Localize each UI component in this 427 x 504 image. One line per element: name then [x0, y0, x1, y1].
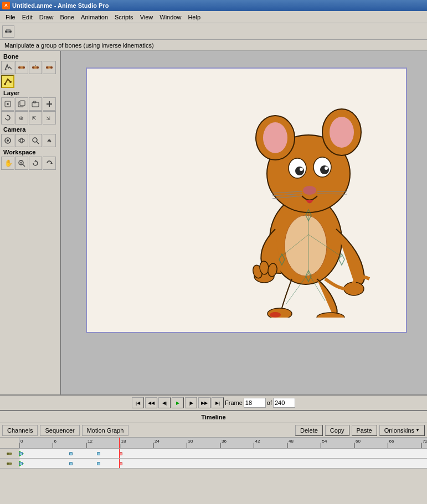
camera-section-label: Camera: [1, 125, 59, 134]
workspace-tools-row: ✋: [1, 157, 59, 170]
camera-roll-tool[interactable]: [43, 134, 56, 147]
timeline-section: Timeline Channels Sequencer Motion Graph…: [0, 410, 427, 504]
delete-button[interactable]: Delete: [295, 425, 323, 436]
keyframe-2-3[interactable]: [97, 462, 100, 465]
menu-view[interactable]: View: [137, 13, 157, 22]
svg-text:72: 72: [423, 439, 427, 444]
bone-ik-tool[interactable]: [1, 75, 14, 88]
layer-group-tool[interactable]: [29, 97, 42, 111]
keyframe-1-3[interactable]: [97, 452, 100, 455]
layer-duplicate-tool[interactable]: [15, 97, 28, 111]
svg-text:66: 66: [389, 439, 394, 444]
svg-text:48: 48: [289, 439, 294, 444]
workspace-zoom-tool[interactable]: [15, 157, 28, 170]
timeline-tracks[interactable]: [0, 449, 427, 490]
bone-add-tool[interactable]: [15, 61, 28, 74]
svg-line-36: [37, 142, 39, 144]
status-bar: Manipulate a group of bones (using inver…: [0, 40, 427, 51]
paste-button[interactable]: Paste: [352, 425, 377, 436]
workspace-section-label: Workspace: [1, 148, 59, 157]
svg-text:⊕: ⊕: [19, 115, 23, 121]
svg-text:42: 42: [255, 439, 260, 444]
goto-start-button[interactable]: |◀: [132, 397, 144, 408]
menu-window[interactable]: Window: [156, 13, 184, 22]
layer-rotate-tool[interactable]: [1, 111, 14, 124]
layer-move-tool[interactable]: ⊕: [15, 111, 28, 124]
copy-button[interactable]: Copy: [325, 425, 349, 436]
channels-tab[interactable]: Channels: [2, 425, 38, 436]
tools-panel: Bone ↔ Layer: [0, 51, 61, 394]
svg-point-71: [317, 313, 344, 318]
menu-scripts[interactable]: Scripts: [111, 13, 137, 22]
svg-marker-44: [50, 162, 53, 164]
track-content-1[interactable]: [19, 449, 427, 458]
svg-text:⇱: ⇱: [32, 116, 37, 121]
workspace-reset-tool[interactable]: [43, 157, 56, 170]
canvas-area[interactable]: [61, 51, 427, 394]
total-frames-input[interactable]: 240: [273, 398, 295, 408]
layer-flip-tool[interactable]: ⇲: [43, 111, 56, 124]
bone-edit-tool[interactable]: ↔: [43, 61, 56, 74]
svg-point-49: [263, 122, 287, 153]
svg-text:60: 60: [356, 439, 361, 444]
app-title: Untitled.anme - Anime Studio Pro: [12, 2, 109, 9]
main-layout: Bone ↔ Layer: [0, 51, 427, 394]
bone-select-tool[interactable]: [1, 61, 14, 74]
track-content-2[interactable]: [19, 459, 427, 468]
play-button[interactable]: ▶: [172, 397, 184, 408]
onionskins-button[interactable]: Onionskins ▼: [379, 425, 425, 436]
camera-zoom-tool[interactable]: [29, 134, 42, 147]
layer-add-tool[interactable]: [43, 97, 56, 111]
toolbar-ik-button[interactable]: [2, 25, 14, 38]
keyframe-2-2[interactable]: [69, 462, 73, 465]
svg-point-33: [19, 139, 24, 142]
svg-point-51: [330, 117, 354, 148]
bone-tools-row2: [1, 75, 59, 88]
workspace-rotate-tool[interactable]: [29, 157, 42, 170]
svg-point-55: [320, 165, 329, 174]
camera-pan-tool[interactable]: [1, 134, 14, 147]
keyframe-1-2[interactable]: [69, 452, 73, 455]
goto-end-button[interactable]: ▶|: [212, 397, 224, 408]
keyframe-2-1[interactable]: [19, 462, 23, 465]
bone-section-label: Bone: [1, 52, 59, 61]
status-message: Manipulate a group of bones (using inver…: [4, 42, 154, 49]
svg-text:24: 24: [155, 439, 160, 444]
prev-frame-button[interactable]: ◀|: [158, 397, 171, 408]
app-icon: A: [2, 2, 10, 9]
svg-point-46: [285, 215, 327, 276]
playback-bar: |◀ ◀◀ ◀| ▶ |▶ ▶▶ ▶| Frame 18 of 240: [0, 394, 427, 410]
layer-scale-tool[interactable]: ⇱: [29, 111, 42, 124]
menu-help[interactable]: Help: [184, 13, 204, 22]
menu-edit[interactable]: Edit: [19, 13, 36, 22]
frame-label: Frame: [225, 399, 243, 406]
svg-rect-22: [20, 101, 25, 106]
playhead-1: [119, 449, 120, 458]
layer-new-tool[interactable]: [1, 97, 14, 111]
layer-tools-row2: ⊕ ⇱ ⇲: [1, 111, 59, 124]
onionskins-dropdown-icon: ▼: [415, 428, 420, 433]
menu-bone[interactable]: Bone: [56, 13, 78, 22]
frame-input[interactable]: 18: [244, 398, 266, 408]
svg-text:↔: ↔: [48, 66, 51, 70]
menu-file[interactable]: File: [2, 13, 19, 22]
menu-animation[interactable]: Animation: [78, 13, 111, 22]
track-row-2: [0, 459, 427, 469]
next-frame-button[interactable]: |▶: [185, 397, 197, 408]
playhead-ruler: [119, 438, 120, 448]
menu-draw[interactable]: Draw: [36, 13, 57, 22]
workspace-hand-tool[interactable]: ✋: [1, 157, 14, 170]
step-forward-button[interactable]: ▶▶: [198, 397, 210, 408]
timeline-ruler[interactable]: 0 6 12 18 24 30 36 42 48 54 60: [0, 438, 427, 449]
track-label-2: [0, 459, 19, 468]
sequencer-tab[interactable]: Sequencer: [40, 425, 79, 436]
svg-point-2: [9, 30, 12, 33]
svg-text:54: 54: [322, 439, 327, 444]
step-back-button[interactable]: ◀◀: [145, 397, 157, 408]
bone-reparent-tool[interactable]: [29, 61, 42, 74]
motion-graph-tab[interactable]: Motion Graph: [82, 425, 129, 436]
svg-point-7: [23, 66, 25, 69]
camera-orbit-tool[interactable]: [15, 134, 28, 147]
keyframe-1-1[interactable]: [19, 452, 23, 455]
menu-bar: File Edit Draw Bone Animation Scripts Vi…: [0, 11, 427, 23]
